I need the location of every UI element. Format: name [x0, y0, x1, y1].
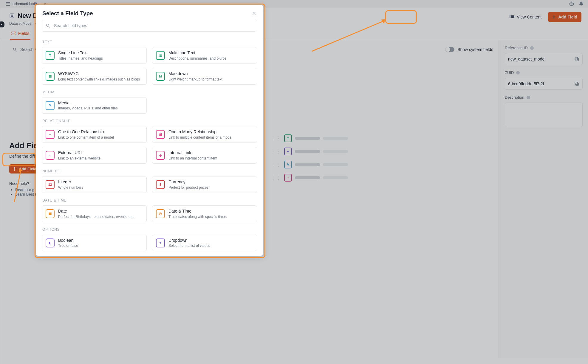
section-media: MEDIA: [42, 90, 256, 94]
fieldtype-boolean[interactable]: ◐ BooleanTrue or false: [42, 235, 147, 251]
multiline-icon: ≣: [156, 51, 165, 60]
section-text: TEXT: [42, 40, 256, 44]
boolean-icon: ◐: [46, 238, 55, 247]
section-options: OPTIONS: [42, 227, 256, 232]
fieldtype-one-to-many[interactable]: ⇶ One to Many RelationshipLink to multip…: [152, 126, 257, 143]
fieldtype-integer[interactable]: 12 IntegerWhole numbers: [42, 176, 147, 193]
section-numeric: NUMERIC: [42, 169, 256, 173]
number-icon: 12: [46, 180, 55, 189]
search-icon: [46, 23, 50, 28]
svg-line-19: [49, 26, 50, 27]
fieldtype-dropdown[interactable]: ▾ DropdownSelect from a list of values: [152, 235, 257, 251]
fieldtype-internal-link[interactable]: ◈ Internal LinkLink to an internal conte…: [152, 147, 257, 164]
chevron-down-icon: ▾: [156, 238, 165, 247]
fieldtype-single-line-text[interactable]: T Single Line TextTitles, names, and hea…: [42, 47, 147, 64]
fieldtype-datetime[interactable]: ◷ Date & TimeTrack dates along with spec…: [152, 205, 257, 222]
field-type-modal: Select a Field Type TEXT T Single Line T…: [36, 5, 263, 256]
fieldtype-media[interactable]: ✎ MediaImages, videos, PDFs, and other f…: [42, 97, 147, 114]
field-type-search-input[interactable]: [53, 23, 253, 28]
close-icon[interactable]: [252, 11, 256, 16]
fieldtype-currency[interactable]: $ CurrencyPerfect for product prices: [152, 176, 257, 193]
fieldtype-one-to-one[interactable]: ↔ One to One RelationshipLink to one con…: [42, 126, 147, 143]
internal-link-icon: ◈: [156, 151, 165, 160]
fieldtype-external-url[interactable]: ∞ External URLLink to an external websit…: [42, 147, 147, 164]
fieldtype-multi-line-text[interactable]: ≣ Multi Line TextDescriptions, summaries…: [152, 47, 257, 64]
one-to-one-icon: ↔: [46, 130, 55, 139]
link-icon: ∞: [46, 151, 55, 160]
calendar-icon: ▦: [46, 209, 55, 218]
section-relationship: RELATIONSHIP: [42, 119, 256, 123]
media-icon: ✎: [46, 101, 55, 110]
field-type-search[interactable]: [42, 20, 257, 32]
fieldtype-markdown[interactable]: M MarkdownLight weight markup to format …: [152, 68, 257, 85]
text-icon: T: [46, 51, 55, 60]
svg-point-18: [47, 24, 49, 27]
fieldtype-wysiwyg[interactable]: ▦ WYSIWYGLong text content with links & …: [42, 68, 147, 85]
fieldtype-date[interactable]: ▦ DatePerfect for Birthdays, release dat…: [42, 205, 147, 222]
currency-icon: $: [156, 180, 165, 189]
modal-title: Select a Field Type: [42, 10, 93, 17]
markdown-icon: M: [156, 72, 165, 81]
clock-icon: ◷: [156, 209, 165, 218]
section-datetime: DATE & TIME: [42, 198, 256, 202]
one-to-many-icon: ⇶: [156, 130, 165, 139]
wysiwyg-icon: ▦: [46, 72, 55, 81]
